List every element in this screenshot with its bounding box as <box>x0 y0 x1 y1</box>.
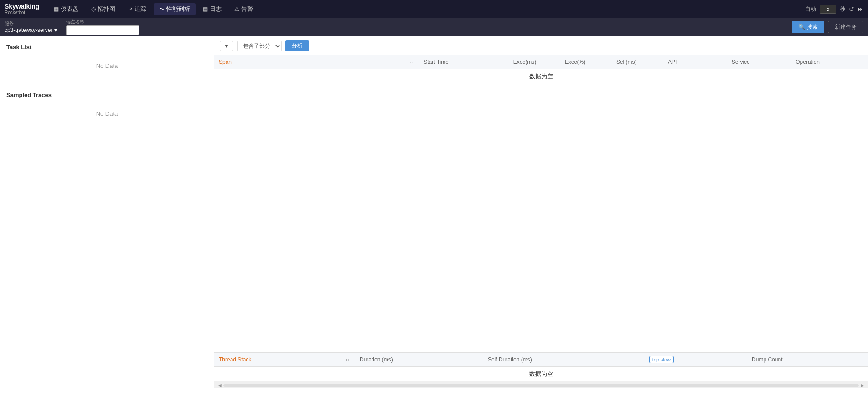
nav-label-log: 日志 <box>210 5 222 13</box>
col-header-top-slow-badge[interactable]: top slow <box>645 353 747 367</box>
service-value-text: cp3-gateway-server <box>5 27 52 33</box>
performance-icon: 〜 <box>159 5 165 13</box>
nav-item-alert[interactable]: ⚠ 告警 <box>229 3 258 15</box>
filter-dropdown-icon: ▼ <box>224 43 229 49</box>
nav-label-performance: 性能剖析 <box>166 5 190 13</box>
thread-table-empty-row: 数据为空 <box>214 367 868 382</box>
scroll-right-icon[interactable]: ▶ <box>859 383 866 388</box>
sampled-traces-title: Sampled Traces <box>6 88 207 101</box>
sec-label: 秒 <box>840 5 845 13</box>
top-table-area: ▼ 包含子部分 分析 Span ↔ Star <box>214 36 868 353</box>
sampled-traces-empty: No Data <box>6 101 207 126</box>
nav-item-log[interactable]: ▤ 日志 <box>197 3 227 15</box>
analyze-button[interactable]: 分析 <box>285 40 309 52</box>
endpoint-input[interactable] <box>66 25 139 35</box>
col-header-thread-arrows[interactable]: ↔ <box>341 353 355 367</box>
thread-table-empty: 数据为空 <box>214 367 868 382</box>
span-table-header-row: Span ↔ Start Time Exec(ms) Exec(%) <box>214 55 868 69</box>
search-label: 搜索 <box>807 23 818 31</box>
logo-sub: Rocketbot <box>5 10 39 15</box>
left-panel: Task List No Data Sampled Traces No Data <box>0 36 214 412</box>
sampled-traces-section: Sampled Traces No Data <box>0 83 214 131</box>
task-list-title: Task List <box>6 40 207 53</box>
main-layout: Task List No Data Sampled Traces No Data… <box>0 36 868 412</box>
sub-header-right: 🔍 搜索 新建任务 <box>792 21 863 33</box>
thread-table: Thread Stack ↔ Duration (ms) Self Durati… <box>214 353 868 382</box>
sub-header: 服务 cp3-gateway-server ▾ 端点名称 🔍 搜索 新建任务 <box>0 18 868 36</box>
col-header-self-duration: Self Duration (ms) <box>483 353 645 367</box>
service-dropdown[interactable]: cp3-gateway-server ▾ <box>5 27 57 33</box>
span-table-empty: 数据为空 <box>214 69 868 84</box>
col-header-exec-pct: Exec(%) <box>560 55 612 69</box>
scroll-bar-area: ◀ ▶ <box>214 382 868 388</box>
endpoint-label: 端点名称 <box>66 19 139 25</box>
auto-label: 自动 <box>805 5 816 13</box>
interval-input[interactable] <box>820 5 836 14</box>
analyze-label: 分析 <box>292 42 303 49</box>
col-header-operation: Operation <box>791 55 868 69</box>
new-task-label: 新建任务 <box>835 24 857 30</box>
nav-label-trace: 追踪 <box>134 5 146 13</box>
col-header-arrows[interactable]: ↔ <box>404 55 419 69</box>
service-label: 服务 <box>5 21 57 27</box>
log-icon: ▤ <box>203 6 208 12</box>
topology-icon: ◎ <box>91 6 96 12</box>
col-header-self-ms: Self(ms) <box>612 55 663 69</box>
col-header-exec-ms: Exec(ms) <box>509 55 560 69</box>
nav-label-dashboard: 仪表盘 <box>61 5 78 13</box>
dashboard-icon: ▦ <box>54 6 59 12</box>
col-header-dump-count: Dump Count <box>747 353 868 367</box>
top-nav: Skywalking Rocketbot ▦ 仪表盘 ◎ 拓扑图 ↗ 追踪 〜 … <box>0 0 868 18</box>
logo: Skywalking Rocketbot <box>5 3 39 15</box>
new-task-button[interactable]: 新建任务 <box>828 21 863 33</box>
forward-icon[interactable]: ⏭ <box>858 6 863 12</box>
nav-item-topology[interactable]: ◎ 拓扑图 <box>86 3 121 15</box>
scroll-left-icon[interactable]: ◀ <box>216 383 223 388</box>
filter-dropdown-btn[interactable]: ▼ <box>220 41 233 51</box>
logo-name: Skywalking <box>5 3 39 10</box>
nav-item-performance[interactable]: 〜 性能剖析 <box>154 3 196 15</box>
col-header-span: Span <box>214 55 404 69</box>
col-header-thread-stack: Thread Stack <box>214 353 341 367</box>
filter-bar: ▼ 包含子部分 分析 <box>214 36 868 55</box>
search-button[interactable]: 🔍 搜索 <box>792 21 824 33</box>
task-list-section: Task List No Data <box>0 36 214 83</box>
trace-icon: ↗ <box>128 6 133 12</box>
span-table-empty-row: 数据为空 <box>214 69 868 84</box>
col-header-api: API <box>663 55 727 69</box>
thread-table-header-row: Thread Stack ↔ Duration (ms) Self Durati… <box>214 353 868 367</box>
nav-item-dashboard[interactable]: ▦ 仪表盘 <box>48 3 84 15</box>
nav-right: 自动 秒 ↺ ⏭ <box>805 5 863 14</box>
nav-items: ▦ 仪表盘 ◎ 拓扑图 ↗ 追踪 〜 性能剖析 ▤ 日志 ⚠ 告警 <box>48 3 805 15</box>
service-chevron-icon: ▾ <box>54 27 57 33</box>
service-selector: 服务 cp3-gateway-server ▾ <box>5 21 57 33</box>
right-panel: ▼ 包含子部分 分析 Span ↔ Star <box>214 36 868 412</box>
filter-select[interactable]: 包含子部分 <box>237 41 282 52</box>
scroll-track[interactable] <box>223 384 859 387</box>
col-header-service: Service <box>727 55 791 69</box>
nav-label-topology: 拓扑图 <box>98 5 115 13</box>
col-header-duration: Duration (ms) <box>355 353 483 367</box>
nav-label-alert: 告警 <box>241 5 253 13</box>
col-header-starttime: Start Time <box>419 55 508 69</box>
top-slow-badge[interactable]: top slow <box>649 356 674 363</box>
bottom-table-area: Thread Stack ↔ Duration (ms) Self Durati… <box>214 353 868 412</box>
span-table: Span ↔ Start Time Exec(ms) Exec(%) <box>214 55 868 84</box>
task-list-empty: No Data <box>6 53 207 78</box>
search-icon: 🔍 <box>798 24 805 30</box>
alert-icon: ⚠ <box>234 6 239 12</box>
endpoint-area: 端点名称 <box>66 19 139 35</box>
reload-icon[interactable]: ↺ <box>849 5 854 13</box>
nav-item-trace[interactable]: ↗ 追踪 <box>123 3 152 15</box>
